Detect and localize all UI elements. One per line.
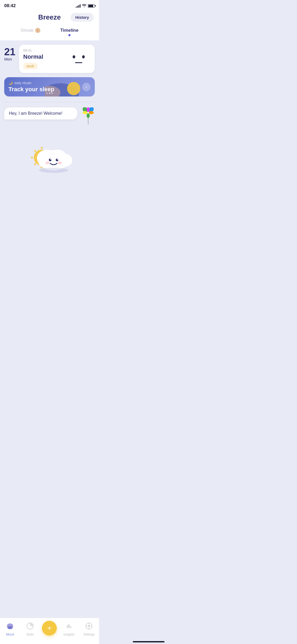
streak-label: Streak 1 — [21, 28, 40, 33]
sleep-ritual-label: 🌙 daily rituals — [8, 81, 54, 85]
chat-section: Hey, I am Breeze! Welcome! — [4, 107, 95, 123]
sleep-arrow[interactable]: › — [82, 83, 91, 91]
app-title: Breeze — [38, 13, 61, 21]
date-day: 21 — [4, 47, 15, 57]
moon-icon: 🌙 — [8, 81, 13, 85]
sleep-content: 🌙 daily rituals Track your sleep — [8, 81, 54, 93]
mood-info: 08:41 Normal work — [23, 48, 67, 69]
breeze-character — [26, 134, 73, 173]
mood-name: Normal — [23, 53, 67, 60]
mood-tag: work — [23, 63, 37, 69]
header: Breeze History — [0, 11, 99, 26]
tab-active-indicator — [68, 34, 70, 36]
status-bar: 08:42 — [0, 0, 99, 11]
tab-streak[interactable]: Streak 1 — [21, 28, 40, 36]
main-content: 21 Mon 08:41 Normal work 🌙 — [0, 40, 99, 199]
wifi-icon — [82, 4, 86, 8]
svg-point-27 — [50, 159, 51, 160]
svg-point-12 — [41, 147, 43, 149]
svg-point-16 — [34, 150, 36, 152]
svg-point-1 — [82, 55, 85, 58]
top-tabs: Streak 1 Timeline — [0, 26, 99, 40]
sleep-card[interactable]: 🌙 daily rituals Track your sleep › — [4, 77, 95, 96]
mood-time: 08:41 — [23, 48, 67, 52]
welcome-bubble: Hey, I am Breeze! Welcome! — [4, 107, 77, 119]
welcome-text: Hey, I am Breeze! Welcome! — [9, 111, 62, 116]
svg-point-28 — [57, 159, 58, 160]
streak-badge: 1 — [35, 28, 40, 33]
sleep-title: Track your sleep — [8, 86, 54, 93]
pinwheel-decoration — [82, 107, 95, 123]
status-time: 08:42 — [4, 3, 16, 8]
svg-point-30 — [58, 162, 62, 164]
status-icons — [76, 4, 95, 8]
mood-face — [67, 50, 91, 68]
character-area — [4, 128, 95, 179]
date-weekday: Mon — [4, 57, 12, 61]
tab-timeline[interactable]: Timeline — [60, 28, 79, 36]
battery-icon — [88, 4, 95, 8]
svg-point-18 — [34, 163, 36, 165]
section-divider — [4, 102, 95, 102]
svg-point-29 — [45, 162, 50, 164]
date-column: 21 Mon — [4, 45, 16, 73]
svg-point-23 — [58, 154, 72, 167]
svg-point-24 — [39, 168, 68, 173]
mood-card[interactable]: 08:41 Normal work — [19, 45, 95, 73]
signal-icon — [76, 4, 81, 8]
svg-point-26 — [56, 159, 58, 161]
svg-point-10 — [87, 112, 89, 113]
svg-point-0 — [73, 55, 75, 58]
svg-point-14 — [31, 157, 33, 159]
timeline-label: Timeline — [60, 28, 79, 33]
history-button[interactable]: History — [70, 13, 94, 22]
sun-decoration — [67, 82, 80, 95]
svg-point-25 — [49, 159, 51, 161]
timeline-entry: 21 Mon 08:41 Normal work — [4, 45, 95, 73]
